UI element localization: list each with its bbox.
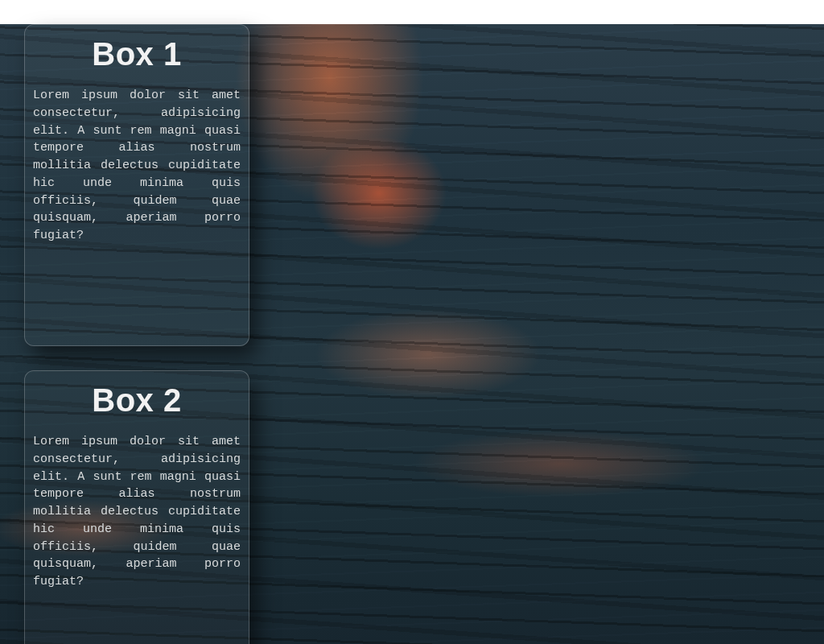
glass-box-1: Box 1 Lorem ipsum dolor sit amet consect… [24,24,249,346]
glass-box-2: Box 2 Lorem ipsum dolor sit amet consect… [24,370,249,644]
box-body: Lorem ipsum dolor sit amet consectetur, … [33,433,241,591]
box-body: Lorem ipsum dolor sit amet consectetur, … [33,87,241,245]
box-title: Box 1 [33,36,241,72]
box-list: Box 1 Lorem ipsum dolor sit amet consect… [24,24,249,644]
top-strip [0,0,824,24]
box-title: Box 2 [33,382,241,419]
